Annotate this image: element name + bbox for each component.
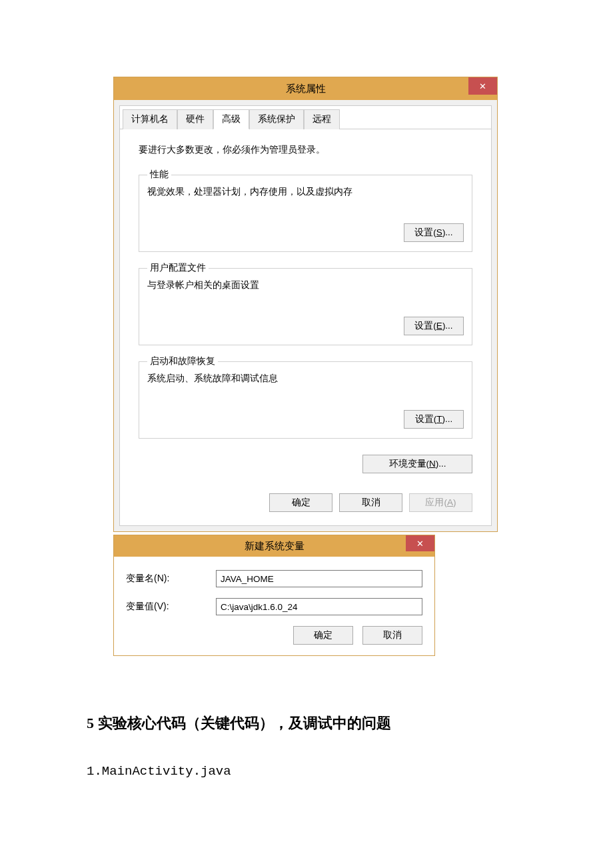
titlebar[interactable]: 新建系统变量 ✕ (114, 535, 434, 557)
user-profile-desc: 与登录帐户相关的桌面设置 (147, 279, 464, 291)
dialog2-title: 新建系统变量 (114, 540, 434, 553)
cancel-button[interactable]: 取消 (339, 493, 402, 512)
variable-value-input[interactable] (216, 598, 422, 615)
user-profile-group: 用户配置文件 与登录帐户相关的桌面设置 设置(E)... (139, 268, 472, 345)
cancel-button[interactable]: 取消 (362, 626, 422, 645)
new-system-variable-dialog: 新建系统变量 ✕ 变量名(N): 变量值(V): 确定 取消 (113, 535, 435, 656)
tab-content-advanced: 要进行大多数更改，你必须作为管理员登录。 性能 视觉效果，处理器计划，内存使用，… (120, 129, 491, 525)
performance-desc: 视觉效果，处理器计划，内存使用，以及虚拟内存 (147, 186, 464, 198)
performance-group: 性能 视觉效果，处理器计划，内存使用，以及虚拟内存 设置(S)... (139, 175, 472, 252)
user-profile-legend: 用户配置文件 (147, 262, 209, 274)
tab-strip: 计算机名 硬件 高级 系统保护 远程 (120, 106, 491, 129)
startup-recovery-desc: 系统启动、系统故障和调试信息 (147, 373, 464, 385)
apply-button: 应用(A) (409, 493, 472, 512)
variable-value-label: 变量值(V): (126, 601, 216, 613)
system-properties-dialog: 系统属性 ✕ 计算机名 硬件 高级 系统保护 远程 要进行大多数更改，你必须作为… (113, 77, 498, 532)
variable-name-input[interactable] (216, 570, 422, 587)
tab-computer-name[interactable]: 计算机名 (123, 109, 177, 129)
startup-recovery-group: 启动和故障恢复 系统启动、系统故障和调试信息 设置(T)... (139, 361, 472, 439)
tab-hardware[interactable]: 硬件 (177, 109, 213, 129)
startup-recovery-settings-button[interactable]: 设置(T)... (404, 410, 464, 429)
performance-legend: 性能 (147, 169, 171, 181)
close-icon[interactable]: ✕ (406, 535, 434, 551)
section-heading: 5 实验核心代码（关键代码），及调试中的问题 (87, 713, 613, 733)
code-filename: 1.MainActivity.java (87, 764, 613, 779)
variable-name-label: 变量名(N): (126, 573, 216, 585)
ok-button[interactable]: 确定 (269, 493, 332, 512)
admin-note: 要进行大多数更改，你必须作为管理员登录。 (139, 144, 472, 156)
environment-variables-button[interactable]: 环境变量(N)... (362, 455, 472, 473)
user-profile-settings-button[interactable]: 设置(E)... (404, 317, 464, 335)
dialog-title: 系统属性 (114, 83, 497, 95)
close-icon[interactable]: ✕ (468, 77, 497, 95)
tab-advanced[interactable]: 高级 (213, 109, 249, 129)
tab-system-protection[interactable]: 系统保护 (249, 109, 304, 129)
titlebar[interactable]: 系统属性 ✕ (114, 77, 497, 100)
document-text: 5 实验核心代码（关键代码），及调试中的问题 1.MainActivity.ja… (87, 713, 613, 779)
dialog-body: 计算机名 硬件 高级 系统保护 远程 要进行大多数更改，你必须作为管理员登录。 … (119, 105, 492, 526)
performance-settings-button[interactable]: 设置(S)... (404, 223, 464, 242)
dialog2-body: 变量名(N): 变量值(V): 确定 取消 (114, 557, 434, 655)
tab-remote[interactable]: 远程 (304, 109, 340, 129)
ok-button[interactable]: 确定 (293, 626, 353, 645)
startup-recovery-legend: 启动和故障恢复 (147, 355, 218, 367)
